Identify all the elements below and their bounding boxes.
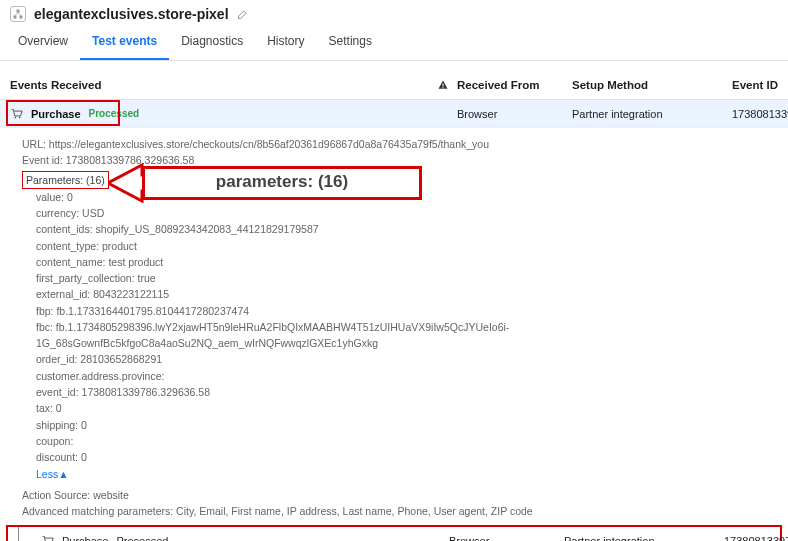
param-value: 0 — [78, 419, 87, 431]
table-header: Events Received Received From Setup Meth… — [0, 71, 788, 100]
param-value: test product — [105, 256, 163, 268]
event-id: 1738081339786 — [724, 535, 788, 541]
event-id: 1738081339786 — [732, 108, 788, 120]
event-name: Purchase — [62, 535, 108, 541]
url-key: URL: — [22, 138, 46, 150]
edit-icon[interactable] — [237, 8, 249, 20]
param-row: content_name: test product — [36, 254, 778, 270]
pixel-icon — [10, 6, 26, 22]
tab-test-events[interactable]: Test events — [80, 26, 169, 60]
svg-rect-6 — [442, 87, 443, 88]
param-key: content_type: — [36, 240, 99, 252]
annotation-arrow-text: parameters: (16) — [216, 169, 348, 195]
param-key: fbp: — [36, 305, 54, 317]
th-received-from: Received From — [457, 79, 572, 91]
svg-rect-2 — [20, 16, 23, 19]
param-key: external_id: — [36, 288, 90, 300]
param-row: order_id: 28103652868291 — [36, 351, 778, 367]
param-key: discount: — [36, 451, 78, 463]
param-key: currency: — [36, 207, 79, 219]
th-setup-method: Setup Method — [572, 79, 732, 91]
param-row: first_party_collection: true — [36, 270, 778, 286]
param-key: event_id: — [36, 386, 79, 398]
param-row: tax: 0 — [36, 400, 778, 416]
param-key: customer.address.province: — [36, 370, 164, 382]
received-from: Browser — [457, 108, 572, 120]
param-key: order_id: — [36, 353, 77, 365]
action-source-value: website — [93, 489, 129, 501]
param-value: 28103652868291 — [77, 353, 162, 365]
param-key: content_ids: — [36, 223, 93, 235]
param-key: tax: — [36, 402, 53, 414]
param-value: USD — [79, 207, 104, 219]
param-key: value: — [36, 191, 64, 203]
page-header: elegantexclusives.store-pixel — [0, 0, 788, 26]
parameters-list: value: 0currency: USDcontent_ids: shopif… — [22, 189, 778, 466]
tab-history[interactable]: History — [255, 26, 316, 60]
param-row: event_id: 1738081339786.329636.58 — [36, 384, 778, 400]
param-row: shipping: 0 — [36, 417, 778, 433]
svg-line-4 — [18, 13, 21, 16]
param-row: fbp: fb.1.1733164401795.810441728023747­… — [36, 303, 778, 319]
param-row: discount: 0 — [36, 449, 778, 465]
svg-rect-0 — [17, 10, 20, 13]
tab-settings[interactable]: Settings — [317, 26, 384, 60]
param-row: fbc: fb.1.1734805298396.lwY2xjawHT5n9leH… — [36, 319, 778, 352]
received-from: Browser — [449, 535, 564, 541]
param-value: shopify_US_8089234342083_44121829179587 — [93, 223, 319, 235]
sub-events: Purchase Processed Browser Partner integ… — [0, 525, 788, 541]
svg-rect-1 — [14, 16, 17, 19]
tabs: Overview Test events Diagnostics History… — [0, 26, 788, 61]
param-row: content_ids: shopify_US_8089234342083_44… — [36, 221, 778, 237]
tab-overview[interactable]: Overview — [6, 26, 80, 60]
param-value: fb.1.1733164401795.810441728023747­4 — [54, 305, 250, 317]
cart-icon — [41, 534, 54, 541]
param-value: product — [99, 240, 137, 252]
param-key: content_name: — [36, 256, 105, 268]
tab-diagnostics[interactable]: Diagnostics — [169, 26, 255, 60]
page-title: elegantexclusives.store-pixel — [34, 6, 229, 22]
param-row: content_type: product — [36, 238, 778, 254]
setup-method: Partner integration — [572, 108, 732, 120]
param-key: first_party_collection: — [36, 272, 135, 284]
parameters-label[interactable]: Parameters: (16) — [22, 171, 109, 189]
setup-method: Partner integration — [564, 535, 724, 541]
svg-line-3 — [15, 13, 18, 16]
param-value: 8043223122115 — [90, 288, 169, 300]
warning-icon — [437, 79, 449, 91]
url-value: https://elegantexclusives.store/checkout… — [49, 138, 489, 150]
param-row: customer.address.province: — [36, 368, 778, 384]
param-value: 1738081339786.329636.58 — [79, 386, 210, 398]
th-events-received: Events Received — [10, 79, 101, 91]
param-value: 0 — [78, 451, 87, 463]
param-value: true — [135, 272, 156, 284]
param-row: currency: USD — [36, 205, 778, 221]
svg-rect-5 — [442, 84, 443, 87]
amp-key: Advanced matching parameters: — [22, 505, 173, 517]
event-details: URL: https://elegantexclusives.store/che… — [0, 128, 788, 525]
param-value: 0 — [64, 191, 73, 203]
param-key: coupon: — [36, 435, 73, 447]
status-badge: Processed — [116, 535, 168, 541]
action-source-key: Action Source: — [22, 489, 90, 501]
param-key: fbc: — [36, 321, 53, 333]
annotation-arrow-body: parameters: (16) — [142, 166, 422, 200]
param-key: shipping: — [36, 419, 78, 431]
param-value: fb.1.1734805298396.lwY2xjawHT5n9leHRuA2F… — [36, 321, 509, 349]
param-value: 0 — [53, 402, 62, 414]
th-event-id: Event ID — [732, 79, 778, 91]
less-link[interactable]: Less▲ — [36, 466, 69, 482]
param-row: coupon: — [36, 433, 778, 449]
annotation-box-row — [6, 100, 120, 126]
eventid-key: Event id: — [22, 154, 63, 166]
param-row: external_id: 8043223122115 — [36, 286, 778, 302]
sub-event-row-browser[interactable]: Purchase Processed Browser Partner integ… — [19, 525, 788, 541]
amp-value: City, Email, First name, IP address, Las… — [176, 505, 533, 517]
